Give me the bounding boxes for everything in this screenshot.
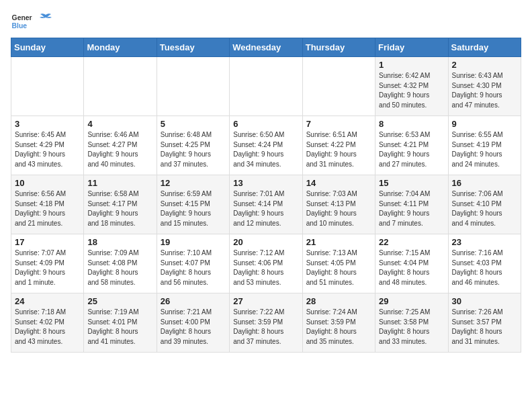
calendar-cell: 9Sunrise: 6:55 AM Sunset: 4:19 PM Daylig… (448, 116, 521, 175)
day-info: Sunrise: 7:06 AM Sunset: 4:10 PM Dayligh… (452, 189, 517, 228)
day-number: 21 (306, 237, 371, 247)
day-info: Sunrise: 7:15 AM Sunset: 4:04 PM Dayligh… (379, 248, 444, 287)
day-info: Sunrise: 6:48 AM Sunset: 4:25 PM Dayligh… (161, 130, 226, 169)
day-info: Sunrise: 7:12 AM Sunset: 4:06 PM Dayligh… (233, 248, 298, 287)
calendar-cell: 15Sunrise: 7:04 AM Sunset: 4:11 PM Dayli… (375, 175, 448, 234)
calendar-cell: 19Sunrise: 7:10 AM Sunset: 4:07 PM Dayli… (157, 234, 229, 293)
calendar-table: SundayMondayTuesdayWednesdayThursdayFrid… (11, 38, 521, 353)
calendar-cell: 29Sunrise: 7:25 AM Sunset: 3:58 PM Dayli… (375, 293, 448, 353)
calendar-cell: 1Sunrise: 6:42 AM Sunset: 4:32 PM Daylig… (375, 57, 448, 116)
day-info: Sunrise: 7:16 AM Sunset: 4:03 PM Dayligh… (452, 248, 517, 287)
day-number: 2 (452, 60, 517, 70)
calendar-cell: 10Sunrise: 6:56 AM Sunset: 4:18 PM Dayli… (11, 175, 84, 234)
calendar-cell: 11Sunrise: 6:58 AM Sunset: 4:17 PM Dayli… (84, 175, 157, 234)
day-info: Sunrise: 7:26 AM Sunset: 3:57 PM Dayligh… (452, 308, 517, 347)
calendar-cell: 18Sunrise: 7:09 AM Sunset: 4:08 PM Dayli… (84, 234, 157, 293)
day-info: Sunrise: 7:19 AM Sunset: 4:01 PM Dayligh… (87, 308, 152, 347)
logo-icon: General Blue (11, 11, 32, 32)
day-info: Sunrise: 6:55 AM Sunset: 4:19 PM Dayligh… (452, 130, 517, 169)
day-info: Sunrise: 7:07 AM Sunset: 4:09 PM Dayligh… (15, 248, 80, 287)
day-info: Sunrise: 7:01 AM Sunset: 4:14 PM Dayligh… (233, 189, 298, 228)
calendar-cell: 21Sunrise: 7:13 AM Sunset: 4:05 PM Dayli… (302, 234, 375, 293)
day-info: Sunrise: 6:46 AM Sunset: 4:27 PM Dayligh… (87, 130, 152, 169)
day-info: Sunrise: 7:18 AM Sunset: 4:02 PM Dayligh… (15, 308, 80, 347)
logo: General Blue (11, 11, 52, 32)
calendar-cell (84, 57, 157, 116)
day-info: Sunrise: 7:04 AM Sunset: 4:11 PM Dayligh… (379, 189, 444, 228)
calendar-cell: 12Sunrise: 6:59 AM Sunset: 4:15 PM Dayli… (157, 175, 229, 234)
day-number: 8 (379, 119, 444, 129)
week-row-4: 17Sunrise: 7:07 AM Sunset: 4:09 PM Dayli… (11, 234, 521, 293)
calendar-cell: 30Sunrise: 7:26 AM Sunset: 3:57 PM Dayli… (448, 293, 521, 353)
day-info: Sunrise: 6:58 AM Sunset: 4:17 PM Dayligh… (87, 189, 152, 228)
day-info: Sunrise: 6:43 AM Sunset: 4:30 PM Dayligh… (452, 71, 517, 110)
day-number: 25 (87, 296, 152, 306)
svg-text:Blue: Blue (12, 22, 28, 30)
day-number: 11 (87, 178, 152, 188)
day-number: 12 (161, 178, 226, 188)
day-number: 23 (452, 237, 517, 247)
calendar-cell: 2Sunrise: 6:43 AM Sunset: 4:30 PM Daylig… (448, 57, 521, 116)
week-row-5: 24Sunrise: 7:18 AM Sunset: 4:02 PM Dayli… (11, 293, 521, 353)
day-number: 15 (379, 178, 444, 188)
day-number: 20 (233, 237, 298, 247)
day-number: 17 (15, 237, 80, 247)
calendar-cell: 14Sunrise: 7:03 AM Sunset: 4:13 PM Dayli… (302, 175, 375, 234)
calendar-cell: 22Sunrise: 7:15 AM Sunset: 4:04 PM Dayli… (375, 234, 448, 293)
day-info: Sunrise: 7:21 AM Sunset: 4:00 PM Dayligh… (161, 308, 226, 347)
week-row-2: 3Sunrise: 6:45 AM Sunset: 4:29 PM Daylig… (11, 116, 521, 175)
week-row-1: 1Sunrise: 6:42 AM Sunset: 4:32 PM Daylig… (11, 57, 521, 116)
day-number: 28 (306, 296, 371, 306)
calendar-cell: 17Sunrise: 7:07 AM Sunset: 4:09 PM Dayli… (11, 234, 84, 293)
header-friday: Friday (375, 38, 448, 57)
calendar-cell: 24Sunrise: 7:18 AM Sunset: 4:02 PM Dayli… (11, 293, 84, 353)
logo-bird-icon (39, 12, 52, 26)
calendar-cell: 5Sunrise: 6:48 AM Sunset: 4:25 PM Daylig… (157, 116, 229, 175)
day-info: Sunrise: 7:03 AM Sunset: 4:13 PM Dayligh… (306, 189, 371, 228)
calendar-cell: 27Sunrise: 7:22 AM Sunset: 3:59 PM Dayli… (230, 293, 302, 353)
week-row-3: 10Sunrise: 6:56 AM Sunset: 4:18 PM Dayli… (11, 175, 521, 234)
day-info: Sunrise: 6:50 AM Sunset: 4:24 PM Dayligh… (233, 130, 298, 169)
page-header: General Blue (11, 11, 521, 32)
day-number: 29 (379, 296, 444, 306)
day-number: 9 (452, 119, 517, 129)
day-number: 5 (161, 119, 226, 129)
calendar-cell: 16Sunrise: 7:06 AM Sunset: 4:10 PM Dayli… (448, 175, 521, 234)
svg-text:General: General (12, 14, 32, 21)
day-info: Sunrise: 7:22 AM Sunset: 3:59 PM Dayligh… (233, 308, 298, 347)
day-info: Sunrise: 7:24 AM Sunset: 3:59 PM Dayligh… (306, 308, 371, 347)
calendar-cell: 3Sunrise: 6:45 AM Sunset: 4:29 PM Daylig… (11, 116, 84, 175)
header-tuesday: Tuesday (157, 38, 229, 57)
calendar-cell: 7Sunrise: 6:51 AM Sunset: 4:22 PM Daylig… (302, 116, 375, 175)
calendar-cell: 25Sunrise: 7:19 AM Sunset: 4:01 PM Dayli… (84, 293, 157, 353)
header-saturday: Saturday (448, 38, 521, 57)
day-number: 19 (161, 237, 226, 247)
day-number: 4 (87, 119, 152, 129)
header-thursday: Thursday (302, 38, 375, 57)
calendar-cell (157, 57, 229, 116)
day-info: Sunrise: 6:53 AM Sunset: 4:21 PM Dayligh… (379, 130, 444, 169)
calendar-cell (230, 57, 302, 116)
day-info: Sunrise: 6:59 AM Sunset: 4:15 PM Dayligh… (161, 189, 226, 228)
calendar-cell (302, 57, 375, 116)
day-info: Sunrise: 7:25 AM Sunset: 3:58 PM Dayligh… (379, 308, 444, 347)
calendar-cell: 4Sunrise: 6:46 AM Sunset: 4:27 PM Daylig… (84, 116, 157, 175)
day-info: Sunrise: 7:09 AM Sunset: 4:08 PM Dayligh… (87, 248, 152, 287)
day-number: 26 (161, 296, 226, 306)
calendar-cell: 23Sunrise: 7:16 AM Sunset: 4:03 PM Dayli… (448, 234, 521, 293)
day-number: 13 (233, 178, 298, 188)
day-number: 22 (379, 237, 444, 247)
day-info: Sunrise: 6:42 AM Sunset: 4:32 PM Dayligh… (379, 71, 444, 110)
day-info: Sunrise: 6:56 AM Sunset: 4:18 PM Dayligh… (15, 189, 80, 228)
day-number: 14 (306, 178, 371, 188)
day-number: 27 (233, 296, 298, 306)
day-number: 6 (233, 119, 298, 129)
calendar-header-row: SundayMondayTuesdayWednesdayThursdayFrid… (11, 38, 521, 57)
header-wednesday: Wednesday (230, 38, 302, 57)
day-info: Sunrise: 7:10 AM Sunset: 4:07 PM Dayligh… (161, 248, 226, 287)
calendar-cell: 13Sunrise: 7:01 AM Sunset: 4:14 PM Dayli… (230, 175, 302, 234)
day-info: Sunrise: 6:45 AM Sunset: 4:29 PM Dayligh… (15, 130, 80, 169)
day-number: 24 (15, 296, 80, 306)
header-sunday: Sunday (11, 38, 84, 57)
calendar-cell: 26Sunrise: 7:21 AM Sunset: 4:00 PM Dayli… (157, 293, 229, 353)
